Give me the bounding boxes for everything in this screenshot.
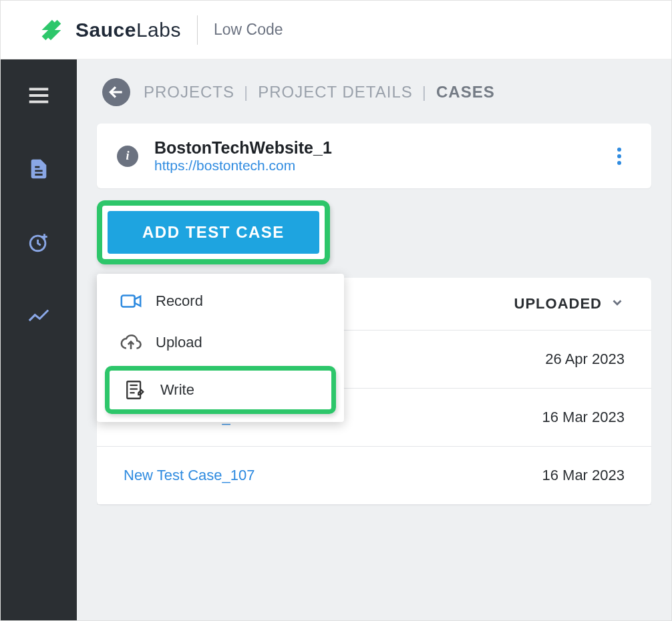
col-uploaded[interactable]: UPLOADED [514,295,602,313]
breadcrumb-project-details[interactable]: PROJECT DETAILS [258,83,413,101]
hamburger-menu-button[interactable] [19,75,59,116]
back-button[interactable] [102,78,130,106]
brand-first: Sauce [75,19,136,41]
sidebar-item-document[interactable] [19,149,59,189]
trend-icon [27,304,50,327]
header-bar: SauceLabs Low Code [1,1,671,59]
add-test-case-button[interactable]: ADD TEST CASE [108,211,319,254]
header-subtitle: Low Code [214,21,283,39]
write-icon [124,379,147,401]
arrow-left-icon [108,83,125,101]
breadcrumb-projects[interactable]: PROJECTS [144,83,234,101]
project-info: BostonTechWebsite_1 https://bostontech.c… [154,138,598,174]
dropdown-item-upload[interactable]: Upload [97,322,344,363]
project-url-link[interactable]: https://bostontech.com [154,158,295,173]
breadcrumb: PROJECTS | PROJECT DETAILS | CASES [144,83,495,101]
add-test-case-area: ADD TEST CASE Record [97,200,651,264]
case-date: 16 Mar 2023 [478,467,625,484]
dropdown-item-record[interactable]: Record [97,280,344,322]
project-card: i BostonTechWebsite_1 https://bostontech… [97,124,651,188]
header-divider [197,15,198,45]
breadcrumb-cases: CASES [436,83,495,101]
clock-plus-icon [27,231,50,254]
document-icon [27,158,50,180]
case-date: 16 Mar 2023 [478,409,625,426]
logo: SauceLabs [35,15,181,45]
add-test-case-dropdown: Record Upload [97,274,344,422]
breadcrumb-sep: | [422,83,427,101]
project-menu-button[interactable] [607,144,631,168]
chevron-down-icon[interactable] [610,295,625,310]
video-icon [120,290,142,313]
case-name[interactable]: New Test Case_107 [124,467,478,484]
table-row[interactable]: New Test Case_107 16 Mar 2023 [97,447,651,505]
sidebar-item-analytics[interactable] [19,296,59,336]
svg-rect-7 [127,381,140,399]
dropdown-label-upload: Upload [156,334,202,351]
dropdown-item-write[interactable]: Write [110,371,331,409]
brand-second: Labs [136,19,181,41]
hamburger-icon [26,83,51,108]
app-window: SauceLabs Low Code [0,0,672,621]
highlight-write-option: Write [105,366,336,414]
brand-text: SauceLabs [75,19,181,41]
saucelabs-logo-icon [35,15,66,45]
breadcrumb-row: PROJECTS | PROJECT DETAILS | CASES [77,59,671,118]
svg-rect-5 [122,296,135,307]
sidebar-item-schedule[interactable] [19,222,59,262]
project-title: BostonTechWebsite_1 [154,138,598,158]
case-date: 26 Apr 2023 [478,351,625,368]
main-content: PROJECTS | PROJECT DETAILS | CASES i Bos… [77,59,671,620]
info-icon[interactable]: i [117,146,138,167]
app-body: PROJECTS | PROJECT DETAILS | CASES i Bos… [1,59,671,620]
breadcrumb-sep: | [244,83,248,101]
dropdown-label-write: Write [160,381,194,399]
cloud-upload-icon [120,331,142,354]
dropdown-label-record: Record [156,292,203,310]
sidebar [1,59,77,620]
highlight-add-button: ADD TEST CASE [97,200,330,264]
